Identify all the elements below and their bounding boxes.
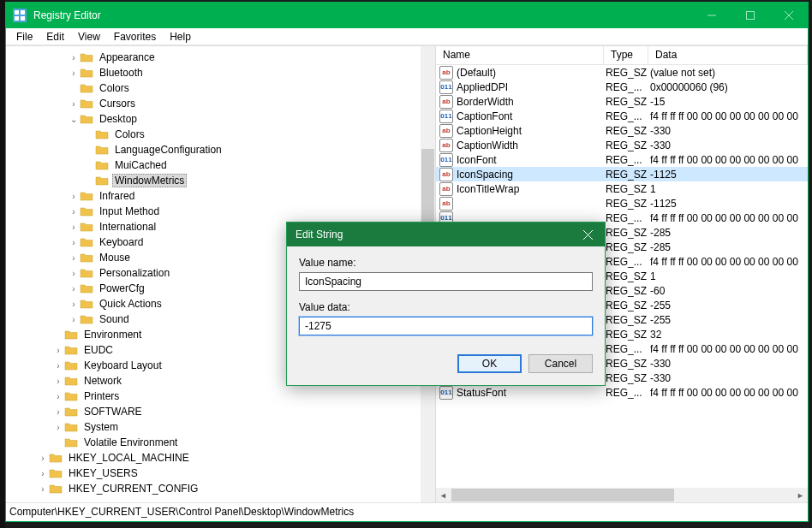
chevron-right-icon[interactable]: ›	[68, 53, 80, 62]
tree-item[interactable]: ›Appearance	[6, 50, 435, 65]
menu-help[interactable]: Help	[163, 29, 198, 44]
chevron-down-icon[interactable]: ⌄	[68, 115, 80, 124]
chevron-right-icon[interactable]: ›	[52, 377, 64, 386]
chevron-right-icon[interactable]: ›	[68, 300, 80, 309]
chevron-right-icon[interactable]: ›	[68, 222, 80, 232]
value-data: f4 ff ff ff 00 00 00 00 00 00 00 00	[650, 343, 808, 355]
tree-item-label: Personalization	[97, 266, 172, 280]
menu-file[interactable]: File	[9, 29, 39, 44]
dialog-titlebar[interactable]: Edit String	[287, 222, 605, 246]
list-row[interactable]: 011AppliedDPIREG_...0x00000060 (96)	[436, 80, 808, 94]
chevron-right-icon[interactable]: ›	[37, 469, 49, 478]
minimize-button[interactable]	[692, 3, 731, 28]
list-row[interactable]: abBorderWidthREG_SZ-15	[436, 94, 808, 109]
tree-item[interactable]: ›HKEY_CURRENT_CONFIG	[6, 481, 435, 496]
chevron-right-icon[interactable]: ›	[37, 454, 49, 463]
value-type: REG_SZ	[606, 198, 650, 210]
list-row[interactable]: abCaptionWidthREG_SZ-330	[436, 138, 808, 152]
menu-edit[interactable]: Edit	[39, 29, 71, 44]
tree-item[interactable]: ›SOFTWARE	[6, 404, 435, 419]
app-icon	[13, 9, 27, 22]
value-type: REG_SZ	[606, 125, 650, 137]
scroll-left-icon[interactable]: ◄	[436, 488, 451, 502]
folder-icon	[49, 467, 63, 479]
value-name-input[interactable]	[299, 272, 593, 291]
chevron-right-icon[interactable]: ›	[52, 392, 64, 401]
tree-item[interactable]: ›Cursors	[6, 96, 435, 111]
chevron-right-icon[interactable]: ›	[52, 407, 64, 417]
menu-view[interactable]: View	[71, 29, 107, 44]
tree-item[interactable]: MuiCached	[6, 157, 435, 173]
chevron-right-icon[interactable]: ›	[68, 253, 80, 263]
tree-item[interactable]: ›System	[6, 419, 435, 435]
tree-item[interactable]: Colors	[6, 127, 435, 142]
folder-icon	[64, 390, 78, 402]
maximize-button[interactable]	[731, 3, 769, 28]
column-data[interactable]: Data	[648, 46, 808, 64]
tree-item[interactable]: Volatile Environment	[6, 435, 435, 450]
ok-button[interactable]: OK	[457, 354, 522, 373]
tree-item-label: HKEY_LOCAL_MACHINE	[66, 451, 192, 465]
list-row[interactable]: abIconSpacingREG_SZ-1125	[436, 167, 808, 181]
dialog-close-button[interactable]	[570, 222, 605, 246]
chevron-right-icon[interactable]: ›	[52, 346, 64, 355]
folder-icon	[49, 452, 63, 464]
folder-icon	[64, 436, 78, 448]
tree-item[interactable]: ›Bluetooth	[6, 65, 435, 80]
tree-item[interactable]: Colors	[6, 80, 435, 96]
value-data: -330	[650, 139, 808, 151]
chevron-right-icon[interactable]: ›	[68, 99, 80, 109]
chevron-right-icon[interactable]: ›	[68, 238, 80, 247]
close-button[interactable]	[769, 3, 808, 28]
folder-icon	[80, 221, 93, 233]
tree-item-label: Mouse	[97, 251, 133, 264]
column-name[interactable]: Name	[436, 46, 604, 64]
folder-icon	[80, 236, 93, 248]
value-type: REG_SZ	[606, 300, 650, 311]
binary-value-icon: 011	[439, 153, 453, 167]
tree-item-label: Colors	[112, 128, 147, 141]
cancel-button[interactable]: Cancel	[528, 354, 593, 373]
value-data-input[interactable]	[299, 317, 593, 335]
tree-item[interactable]: ›HKEY_LOCAL_MACHINE	[6, 450, 435, 466]
chevron-right-icon[interactable]: ›	[68, 284, 80, 294]
list-row[interactable]: 011StatusFontREG_...f4 ff ff ff 00 00 00…	[436, 385, 808, 400]
chevron-right-icon[interactable]: ›	[37, 484, 49, 494]
hscroll-thumb[interactable]	[451, 489, 674, 501]
chevron-right-icon[interactable]: ›	[68, 207, 80, 217]
list-row[interactable]: ab(Default)REG_SZ(value not set)	[436, 65, 808, 80]
tree-item[interactable]: ›HKEY_USERS	[6, 466, 435, 481]
value-name: BorderWidth	[457, 96, 606, 108]
titlebar[interactable]: Registry Editor	[6, 3, 808, 28]
chevron-right-icon[interactable]: ›	[68, 192, 80, 201]
chevron-right-icon[interactable]: ›	[68, 269, 80, 278]
chevron-right-icon[interactable]: ›	[68, 315, 80, 324]
chevron-right-icon[interactable]: ›	[52, 361, 64, 371]
chevron-right-icon[interactable]: ›	[68, 68, 80, 78]
edit-string-dialog: Edit String Value name: Value data: OK C…	[286, 222, 606, 386]
chevron-right-icon[interactable]: ›	[52, 423, 64, 432]
tree-item[interactable]: WindowMetrics	[6, 173, 435, 188]
value-type: REG_SZ	[606, 227, 650, 239]
list-row[interactable]: abREG_SZ-1125	[436, 196, 808, 211]
list-header: Name Type Data	[436, 46, 808, 65]
value-data: -255	[650, 314, 808, 326]
folder-icon	[64, 359, 78, 371]
value-data: -1125	[650, 169, 808, 181]
tree-item[interactable]: ›Printers	[6, 389, 435, 404]
value-type: REG_SZ	[606, 139, 650, 151]
tree-item[interactable]: ›Input Method	[6, 204, 435, 219]
tree-item[interactable]: LanguageConfiguration	[6, 142, 435, 157]
tree-item[interactable]: ⌄Desktop	[6, 111, 435, 127]
list-row[interactable]: abCaptionHeightREG_SZ-330	[436, 123, 808, 138]
folder-icon	[80, 205, 93, 217]
tree-item[interactable]: ›Infrared	[6, 188, 435, 204]
column-type[interactable]: Type	[604, 46, 648, 64]
list-row[interactable]: 011IconFontREG_...f4 ff ff ff 00 00 00 0…	[436, 152, 808, 167]
list-hscrollbar[interactable]: ◄ ►	[436, 488, 808, 502]
list-row[interactable]: 011CaptionFontREG_...f4 ff ff ff 00 00 0…	[436, 109, 808, 123]
menu-favorites[interactable]: Favorites	[107, 29, 163, 44]
value-type: REG_SZ	[606, 314, 650, 326]
list-row[interactable]: abIconTitleWrapREG_SZ1	[436, 181, 808, 196]
scroll-right-icon[interactable]: ►	[793, 488, 808, 502]
